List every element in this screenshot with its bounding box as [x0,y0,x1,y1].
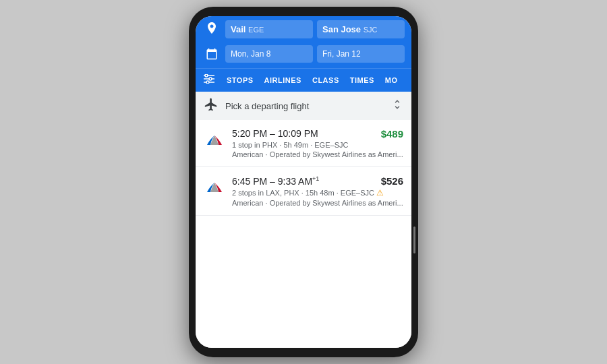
tab-class[interactable]: CLASS [307,69,345,91]
departing-left: Pick a departing flight [204,97,309,115]
flight-item-1[interactable]: 5:20 PM – 10:09 PM $489 1 stop in PHX · … [196,120,411,167]
flight-time-price-2: 6:45 PM – 9:33 AM+1 $526 [232,175,403,187]
sort-icon[interactable] [391,98,403,113]
return-date-field[interactable]: Fri, Jan 12 [317,45,405,63]
phone-frame: Vail EGE San Jose SJC [189,7,418,357]
origin-field[interactable]: Vail EGE [225,20,313,38]
date-row: Mon, Jan 8 Fri, Jan 12 [196,42,411,68]
flight-list: 5:20 PM – 10:09 PM $489 1 stop in PHX · … [196,120,411,348]
flight-time-price-1: 5:20 PM – 10:09 PM $489 [232,128,403,140]
warning-icon-2: ⚠ [376,188,384,198]
svg-point-4 [209,78,212,80]
phone-screen: Vail EGE San Jose SJC [196,16,411,348]
return-date: Fri, Jan 12 [322,49,361,59]
departing-label: Pick a departing flight [225,101,309,111]
depart-date: Mon, Jan 8 [231,49,270,59]
svg-point-3 [205,74,208,77]
filter-tabs: STOPS AIRLINES CLASS TIMES MO [196,68,411,92]
origin-code: EGE [248,26,264,34]
header-section: Vail EGE San Jose SJC [196,16,411,92]
depart-date-field[interactable]: Mon, Jan 8 [225,45,313,63]
location-fields: Vail EGE San Jose SJC [225,20,405,38]
location-icon [202,22,221,37]
flight-item-2[interactable]: 6:45 PM – 9:33 AM+1 $526 2 stops in LAX,… [196,167,411,216]
airline-logo-1 [204,129,225,151]
flight-time-2: 6:45 PM – 9:33 AM+1 [232,175,319,187]
dest-city: San Jose [322,24,361,34]
departing-plane-icon [204,97,219,115]
tab-more[interactable]: MO [380,69,403,91]
origin-city: Vail [231,24,245,34]
tab-stops[interactable]: STOPS [221,69,259,91]
flight-price-2: $526 [381,175,403,187]
flight-price-1: $489 [381,128,403,140]
flight-info-2: 2 stops in LAX, PHX · 15h 48m · EGE–SJC … [232,188,403,198]
svg-point-5 [206,81,209,84]
location-row: Vail EGE San Jose SJC [196,16,411,42]
flight-operator-1: American · Operated by Skywest Airlines … [232,150,403,158]
tab-airlines[interactable]: AIRLINES [259,69,307,91]
flight-operator-2: American · Operated by Skywest Airlines … [232,199,403,207]
filter-icon [201,69,217,92]
departing-section: Pick a departing flight [196,92,411,120]
tab-times[interactable]: TIMES [345,69,380,91]
dest-code: SJC [364,26,378,34]
flight-info-1: 1 stop in PHX · 5h 49m · EGE–SJC [232,141,403,149]
airline-logo-2 [204,177,225,198]
date-fields: Mon, Jan 8 Fri, Jan 12 [225,45,405,63]
superscript-2: +1 [312,175,319,182]
flight-details-2: 6:45 PM – 9:33 AM+1 $526 2 stops in LAX,… [232,175,403,207]
calendar-icon [202,48,221,60]
flight-details-1: 5:20 PM – 10:09 PM $489 1 stop in PHX · … [232,128,403,158]
scrollbar [413,226,415,253]
destination-field[interactable]: San Jose SJC [317,20,405,38]
flight-time-1: 5:20 PM – 10:09 PM [232,128,318,139]
